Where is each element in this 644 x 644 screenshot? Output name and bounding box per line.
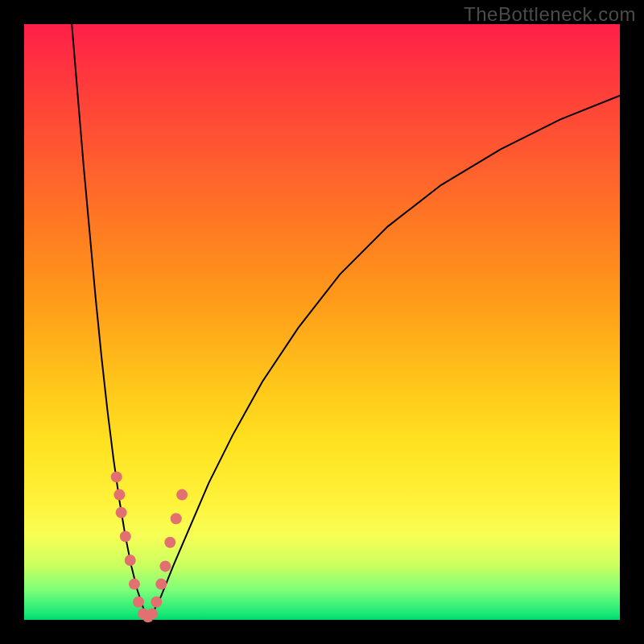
marker-point	[176, 489, 188, 501]
marker-point	[116, 507, 127, 518]
plot-area	[24, 24, 620, 620]
chart-svg	[24, 24, 620, 620]
marker-point	[164, 537, 175, 548]
marker-point	[111, 471, 122, 482]
marker-point	[151, 597, 162, 608]
series-right-branch	[149, 96, 620, 620]
series-left-branch	[72, 24, 149, 620]
marker-point	[125, 555, 136, 566]
marker-point	[155, 579, 167, 590]
marker-point	[147, 609, 158, 620]
marker-point	[159, 560, 171, 572]
watermark-text: TheBottleneck.com	[464, 3, 636, 26]
marker-point	[171, 513, 182, 524]
marker-point	[129, 579, 140, 590]
marker-point	[120, 530, 131, 542]
marker-group	[111, 471, 188, 622]
chart-frame: TheBottleneck.com	[0, 0, 644, 644]
marker-point	[133, 597, 144, 608]
marker-point	[114, 489, 125, 501]
